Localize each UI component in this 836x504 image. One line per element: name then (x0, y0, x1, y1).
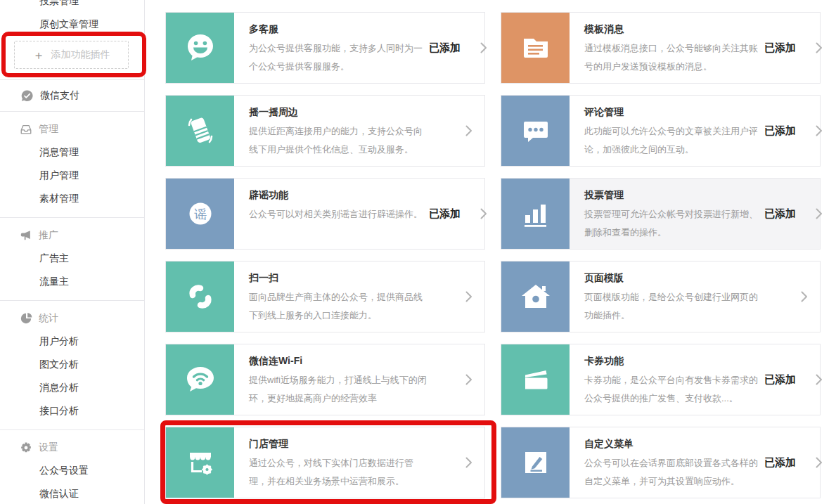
sidebar-item[interactable]: 消息分析 (0, 376, 144, 399)
plugin-card-multi-customer-service[interactable]: 多客服 为公众号提供客服功能，支持多人同时为一个公众号提供客服服务。 已添加 (165, 12, 485, 84)
scan-icon (166, 261, 234, 332)
plugin-card-custom-menu[interactable]: 自定义菜单 公众号可以在会话界面底部设置各式各样的自定义菜单，并可为其设置响应动… (501, 427, 821, 498)
plugin-card-wechat-wifi[interactable]: 微信连Wi-Fi 提供wifi近场服务能力，打通线上与线下的闭环，更好地提高商户… (165, 344, 485, 415)
rumor-circle-icon: 谣 (166, 179, 234, 249)
added-badge: 已添加 (764, 456, 796, 470)
chevron-right-icon (815, 373, 823, 386)
wechat-pay-icon (20, 89, 34, 103)
plugin-description: 公众号可以对相关类别谣言进行辟谣操作。 (249, 205, 429, 224)
plugin-title: 页面模版 (584, 272, 764, 285)
sidebar-item[interactable]: 公众号设置 (0, 459, 144, 482)
plugin-card-card-coupon[interactable]: 卡券功能 卡券功能，是公众平台向有发售卡券需求的公众号提供的推广发售、支付收款.… (501, 344, 821, 415)
sidebar-top-items: 投票管理 原创文章管理 (0, 0, 144, 36)
plugin-description: 投票管理可允许公众帐号对投票进行新增、删除和查看的操作。 (584, 205, 764, 242)
plugin-description: 通过公众号，对线下实体门店数据进行管理，并在相关业务场景中运营和展示。 (249, 454, 429, 491)
chevron-right-icon (465, 124, 472, 137)
added-badge: 已添加 (764, 207, 796, 221)
plugin-title: 摇一摇周边 (249, 106, 429, 119)
plugin-title: 辟谣功能 (249, 189, 429, 202)
sidebar-item-label: 微信支付 (40, 89, 79, 102)
svg-text:谣: 谣 (194, 207, 207, 221)
plus-icon: ＋ (33, 49, 45, 61)
plugin-card-rumor-refute[interactable]: 谣 辟谣功能 公众号可以对相关类别谣言进行辟谣操作。 已添加 (165, 178, 485, 250)
sidebar-section: 设置 公众号设置微信认证 (0, 430, 144, 504)
chevron-right-icon (815, 124, 823, 137)
plugin-description: 页面模版功能，是给公众号创建行业网页的功能插件。 (584, 288, 764, 325)
plugin-card-page-template[interactable]: 页面模版 页面模版功能，是给公众号创建行业网页的功能插件。 (501, 261, 821, 332)
sidebar-item[interactable]: 广告主 (0, 247, 144, 270)
sidebar-item[interactable]: 消息管理 (0, 141, 144, 164)
wifi-bubble-icon (166, 344, 234, 415)
chevron-right-icon (465, 373, 472, 386)
sidebar-sections: 管理 消息管理用户管理素材管理 推广 广告主流量主 统计 用户分析图文分析消息分… (0, 112, 144, 504)
added-badge: 已添加 (764, 373, 796, 387)
chevron-right-icon (465, 456, 472, 469)
sidebar-section: 统计 用户分析图文分析消息分析接口分析 (0, 301, 144, 429)
sidebar-item[interactable]: 用户分析 (0, 330, 144, 353)
chevron-right-icon (480, 41, 487, 54)
plugin-description: 公众号可以在会话界面底部设置各式各样的自定义菜单，并可为其设置响应动作。 (584, 454, 764, 491)
plugin-title: 多客服 (249, 23, 429, 36)
chevron-right-icon (815, 456, 823, 469)
pie-chart-icon (20, 312, 32, 325)
sidebar: 投票管理 原创文章管理 ＋ 添加功能插件 微信支付 管理 消息管理用户管理素材管… (0, 0, 145, 504)
home-page-icon (501, 261, 570, 332)
plugin-title: 模板消息 (584, 23, 764, 36)
plugin-card-shake-nearby[interactable]: 摇一摇周边 提供近距离连接用户的能力，支持公众号向线下用户提供个性化信息、互动及… (165, 95, 485, 167)
plugin-card-comment-management[interactable]: 评论管理 此功能可以允许公众号的文章被关注用户评论，加强彼此之间的互动。 已添加 (501, 95, 821, 167)
plugin-description: 通过模板消息接口，公众号能够向关注其账号的用户发送预设模板的消息。 (584, 39, 764, 76)
template-doc-icon (501, 13, 570, 83)
added-badge: 已添加 (429, 41, 461, 55)
plugin-description: 卡券功能，是公众平台向有发售卡券需求的公众号提供的推广发售、支付收款...。 (584, 371, 764, 408)
plugin-description: 面向品牌生产商主体的公众号，提供商品线下到线上服务的入口连接能力。 (249, 288, 429, 325)
sidebar-item-vote-management[interactable]: 投票管理 (0, 0, 144, 13)
chevron-right-icon (465, 290, 472, 303)
pencil-menu-icon (501, 427, 570, 498)
added-badge: 已添加 (764, 124, 796, 138)
plugin-title: 卡券功能 (584, 355, 764, 368)
plugin-card-vote-management[interactable]: 投票管理 投票管理可允许公众帐号对投票进行新增、删除和查看的操作。 已添加 (501, 178, 821, 250)
sidebar-item[interactable]: 接口分析 (0, 399, 144, 422)
sidebar-section-label: 管理 (39, 123, 58, 136)
plugin-description: 提供近距离连接用户的能力，支持公众号向线下用户提供个性化信息、互动及服务。 (249, 122, 429, 159)
added-badge: 已添加 (429, 207, 461, 221)
storefront-icon (166, 427, 234, 498)
plugin-list: 多客服 为公众号提供客服功能，支持多人同时为一个公众号提供客服服务。 已添加 模… (165, 12, 821, 498)
plugin-card-store-management[interactable]: 门店管理 通过公众号，对线下实体门店数据进行管理，并在相关业务场景中运营和展示。 (165, 427, 485, 498)
sidebar-section: 推广 广告主流量主 (0, 218, 144, 300)
smiley-chat-icon (166, 13, 234, 83)
card-wallet-icon (501, 344, 570, 415)
comment-bubble-icon (501, 96, 570, 166)
sidebar-item[interactable]: 图文分析 (0, 353, 144, 376)
bar-chart-icon (501, 179, 570, 249)
sidebar-item[interactable]: 流量主 (0, 270, 144, 293)
plugin-card-scan[interactable]: 扫一扫 面向品牌生产商主体的公众号，提供商品线下到线上服务的入口连接能力。 (165, 261, 485, 332)
chevron-right-icon (815, 41, 823, 54)
sidebar-item[interactable]: 素材管理 (0, 187, 144, 210)
add-plugin-label: 添加功能插件 (51, 49, 110, 61)
chevron-right-icon (480, 207, 487, 220)
sidebar-item[interactable]: 微信认证 (0, 482, 144, 504)
inbox-icon (20, 123, 32, 136)
sidebar-section-label: 统计 (39, 312, 58, 325)
added-badge: 已添加 (764, 41, 796, 55)
plugin-title: 自定义菜单 (584, 438, 764, 451)
plugin-card-template-message[interactable]: 模板消息 通过模板消息接口，公众号能够向关注其账号的用户发送预设模板的消息。 已… (501, 12, 821, 84)
plugin-description: 为公众号提供客服功能，支持多人同时为一个公众号提供客服服务。 (249, 39, 429, 76)
sidebar-section: 管理 消息管理用户管理素材管理 (0, 112, 144, 217)
megaphone-icon (20, 229, 32, 242)
sidebar-section-label: 推广 (39, 229, 58, 242)
chevron-right-icon (815, 207, 823, 220)
add-plugin-button[interactable]: ＋ 添加功能插件 (14, 41, 129, 69)
sidebar-section-label: 设置 (39, 441, 58, 454)
plugin-title: 评论管理 (584, 106, 764, 119)
sidebar-item[interactable]: 用户管理 (0, 164, 144, 187)
plugin-title: 投票管理 (584, 189, 764, 202)
sidebar-item-wechat-pay[interactable]: 微信支付 (0, 80, 144, 111)
shake-phone-icon (166, 96, 234, 166)
plugin-description: 提供wifi近场服务能力，打通线上与线下的闭环，更好地提高商户的经营效率 (249, 371, 429, 408)
plugin-title: 微信连Wi-Fi (249, 355, 429, 368)
gear-icon (20, 441, 32, 454)
sidebar-item-original-article-management[interactable]: 原创文章管理 (0, 13, 144, 36)
plugin-title: 门店管理 (249, 438, 429, 451)
